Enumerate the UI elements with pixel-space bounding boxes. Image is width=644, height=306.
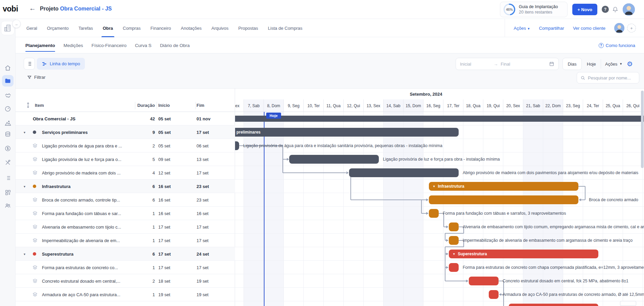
table-row[interactable]: ▾Infraestrutura616 set23 set <box>16 180 235 193</box>
table-row[interactable]: ▾Serviços preliminares905 set17 set <box>16 125 235 139</box>
table-row[interactable]: Ligação provisória de água para obra e .… <box>16 139 235 152</box>
task-start-date: 17 set <box>158 234 192 247</box>
table-row[interactable]: Forma para fundação com tábuas e sar...1… <box>16 207 235 220</box>
today-badge[interactable]: Hoje <box>266 113 281 119</box>
list-view-button[interactable] <box>24 58 35 70</box>
sidebar-tools-icon[interactable] <box>4 159 12 167</box>
tab-financeiro[interactable]: Financeiro <box>151 19 171 37</box>
sidebar-gauge-icon[interactable] <box>4 105 12 113</box>
acoes-dropdown[interactable]: Ações ▼ <box>514 26 530 31</box>
back-arrow-icon[interactable]: ← <box>29 4 36 12</box>
task-bar[interactable] <box>469 277 499 285</box>
task-bar[interactable] <box>429 195 578 204</box>
gantt-acoes-dropdown[interactable]: Ações▼ <box>605 58 622 70</box>
tab-compras[interactable]: Compras <box>123 19 141 37</box>
day-header-11: 11, Qua <box>324 99 344 112</box>
gantt-row-border <box>235 193 644 193</box>
implementation-guide-card[interactable]: 46% Guia de Implantação 20 itens restant… <box>500 2 568 17</box>
tab-tarefas[interactable]: Tarefas <box>78 19 93 37</box>
member-avatar[interactable] <box>614 23 624 33</box>
como-funciona-link[interactable]: ? Como funciona <box>599 37 635 53</box>
connector-arrowhead <box>426 198 429 201</box>
tab-propostas[interactable]: Propostas <box>238 19 258 37</box>
table-row[interactable]: Impermeabilização de alvenaria de em...1… <box>16 234 235 247</box>
table-row[interactable]: Obra Comercial - JS4205 set01 nov <box>16 112 235 125</box>
sidebar-collapse-icon[interactable]: → <box>12 20 21 28</box>
subtab-di-rio-de-obra[interactable]: Diário de Obra <box>160 37 190 53</box>
hoje-button[interactable]: Hoje <box>585 58 597 70</box>
compartilhar-button[interactable]: Compartilhar <box>539 26 564 31</box>
sidebar-mountain-icon[interactable] <box>4 119 12 127</box>
col-item[interactable]: Item <box>35 103 44 108</box>
col-inicio[interactable]: Início <box>158 103 170 108</box>
task-bar[interactable] <box>449 263 459 272</box>
caret-down-icon[interactable]: ▾ <box>24 180 25 193</box>
tab-lista-de-compras[interactable]: Lista de Compras <box>268 19 302 37</box>
resize-columns-icon[interactable] <box>26 102 30 109</box>
task-bar[interactable] <box>449 222 459 231</box>
project-bar[interactable] <box>235 116 644 122</box>
sidebar-projects-folder-icon[interactable] <box>2 75 14 87</box>
project-name[interactable]: Obra Comercial - JS <box>60 6 112 11</box>
day-header-25: 25, Qua <box>603 99 623 112</box>
subtab-curva-s[interactable]: Curva S <box>135 37 152 53</box>
table-row[interactable]: Alvenaria de embasamento com tijolo c...… <box>16 220 235 234</box>
tab-obra[interactable]: Obra <box>103 19 113 37</box>
tab-anota-es[interactable]: Anotações <box>181 19 202 37</box>
task-bar[interactable] <box>289 155 379 164</box>
table-row[interactable]: ▾Superestrutura617 set24 set <box>16 247 235 261</box>
table-row[interactable]: Abrigo provisório de madeira com dois ..… <box>16 166 235 180</box>
task-duration: 5 <box>117 152 155 166</box>
sidebar-coins-icon[interactable] <box>4 130 12 138</box>
sidebar-list-icon[interactable] <box>4 174 12 182</box>
add-member-icon[interactable]: + <box>627 24 636 32</box>
table-row[interactable]: Broca de concreto armado, controle tip..… <box>16 193 235 207</box>
stage-color-dot <box>33 252 36 256</box>
sidebar-grid-add-icon[interactable] <box>4 188 12 196</box>
task-table-body: Obra Comercial - JS4205 set01 nov▾Serviç… <box>16 112 235 306</box>
sidebar-home-icon[interactable] <box>4 64 12 72</box>
task-bar-partial[interactable] <box>509 304 598 306</box>
subtab-planejamento[interactable]: Planejamento <box>25 37 55 53</box>
caret-down-icon[interactable]: ▾ <box>24 247 25 261</box>
dependency-connector <box>282 159 283 173</box>
task-bar[interactable] <box>429 209 439 218</box>
sidebar-finance-dollar-icon[interactable] <box>4 144 12 152</box>
task-bar[interactable] <box>349 168 459 177</box>
group-bar[interactable]: ▾Superestrutura <box>449 250 598 258</box>
table-row[interactable]: Concreto estrutural dosado em central,..… <box>16 274 235 288</box>
linha-do-tempo-button[interactable]: Linha do tempo <box>37 58 85 70</box>
table-row[interactable]: Ligação provisória de luz e força para o… <box>16 152 235 166</box>
sidebar-handshake-icon[interactable] <box>4 92 12 100</box>
user-avatar[interactable] <box>623 3 635 16</box>
dependency-connector <box>578 186 585 187</box>
col-fim[interactable]: Fim <box>197 103 204 108</box>
table-row[interactable]: Forma para estruturas de concreto co...1… <box>16 261 235 274</box>
search-input[interactable]: Pesquisar por nome... <box>577 72 639 84</box>
caret-down-icon[interactable]: ▾ <box>24 125 25 139</box>
tab-geral[interactable]: Geral <box>26 19 37 37</box>
group-bar[interactable]: ▾Infraestrutura <box>429 182 578 191</box>
notifications-bell-icon[interactable] <box>612 6 619 15</box>
subtab-medi-es[interactable]: Medições <box>64 37 83 53</box>
ver-como-cliente-button[interactable]: Ver como cliente <box>573 26 605 31</box>
task-duration: 1 <box>117 207 155 220</box>
task-bar[interactable] <box>489 290 499 299</box>
dias-zoom-button[interactable]: Dias <box>562 58 582 70</box>
tab-arquivos[interactable]: Arquivos <box>211 19 229 37</box>
table-row[interactable]: Armadura de aço CA-50 para estrutura...1… <box>16 288 235 301</box>
weekend-column <box>264 112 284 306</box>
gantt-vertical-scrollbar[interactable] <box>641 91 644 168</box>
sidebar-team-icon[interactable] <box>4 202 12 210</box>
date-range-input[interactable]: Inicial → Final <box>456 58 559 70</box>
subtab-f-sico-financeiro[interactable]: Físico-Financeiro <box>92 37 127 53</box>
filtrar-button[interactable]: Filtrar <box>27 75 45 80</box>
col-duracao[interactable]: Duração <box>125 103 155 108</box>
novo-button[interactable]: + Novo <box>572 4 597 15</box>
group-bar[interactable]: ▾Serviços preliminares <box>235 128 459 137</box>
tab-or-amento[interactable]: Orçamento <box>47 19 69 37</box>
help-icon[interactable]: ? <box>602 6 609 13</box>
settings-gear-icon[interactable]: ⚙ <box>627 58 633 70</box>
task-bar[interactable] <box>449 236 459 245</box>
task-bar[interactable] <box>235 141 239 150</box>
